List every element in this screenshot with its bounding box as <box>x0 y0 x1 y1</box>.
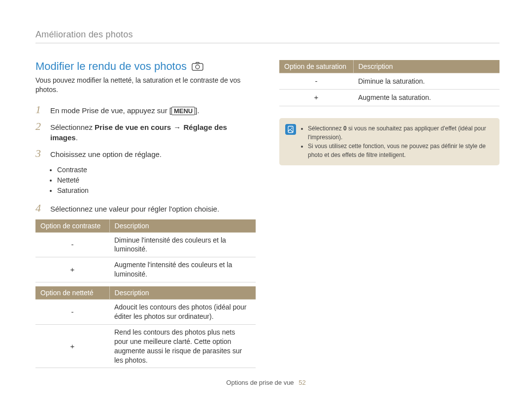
table-row: + Augmente la saturation. <box>279 90 499 106</box>
th-description: Description <box>353 60 499 73</box>
option-symbol: - <box>35 232 109 257</box>
step-text: En mode Prise de vue, appuyez sur [MENU]… <box>50 104 200 116</box>
table-row: + Rend les contours des photos plus nets… <box>35 324 256 368</box>
footer-label: Options de prise de vue <box>226 379 294 386</box>
th-description: Description <box>109 286 256 300</box>
note-box: Sélectionnez 0 si vous ne souhaitez pas … <box>279 118 499 165</box>
option-desc: Adoucit les contours des photos (idéal p… <box>109 300 256 325</box>
table-row: + Augmente l'intensité des couleurs et l… <box>35 257 256 282</box>
step-4: 4 Sélectionnez une valeur pour régler l'… <box>35 203 256 215</box>
breadcrumb: Amélioration des photos <box>35 30 499 43</box>
step-text: Choisissez une option de réglage. <box>50 148 162 160</box>
option-symbol: + <box>35 324 109 368</box>
note-item: Si vous utilisez cette fonction, vous ne… <box>308 142 493 159</box>
table-row: - Adoucit les contours des photos (idéal… <box>35 300 256 325</box>
svg-point-1 <box>196 65 200 69</box>
option-bullets: Contraste Netteté Saturation <box>57 165 256 196</box>
right-column: Option de saturation Description - Dimin… <box>279 60 499 372</box>
step-text: Sélectionnez Prise de vue en cours → Rég… <box>50 121 256 144</box>
option-desc: Diminue l'intensité des couleurs et la l… <box>109 232 256 257</box>
step-2: 2 Sélectionnez Prise de vue en cours → R… <box>35 121 256 144</box>
step-number: 3 <box>35 148 44 159</box>
step-2-post: . <box>76 133 78 142</box>
manual-page: Amélioration des photos Modifier le rend… <box>0 0 532 372</box>
step-3: 3 Choisissez une option de réglage. <box>35 148 256 160</box>
page-number: 52 <box>299 379 305 386</box>
note-icon <box>285 124 296 135</box>
contrast-table: Option de contraste Description - Diminu… <box>35 219 256 283</box>
page-footer: Options de prise de vue 52 <box>0 379 532 386</box>
step-2-pre: Sélectionnez <box>50 123 95 131</box>
svg-point-3 <box>291 127 292 128</box>
table-row: - Diminue la saturation. <box>279 73 499 90</box>
step-number: 4 <box>35 203 44 214</box>
section-title: Modifier le rendu de vos photos <box>35 60 256 73</box>
saturation-table: Option de saturation Description - Dimin… <box>279 60 499 106</box>
step-text: Sélectionnez une valeur pour régler l'op… <box>50 203 219 215</box>
note-1-pre: Sélectionnez <box>308 125 343 132</box>
bullet-contraste: Contraste <box>57 165 256 175</box>
table-row: - Diminue l'intensité des couleurs et la… <box>35 232 256 257</box>
th-option: Option de contraste <box>35 219 109 233</box>
bullet-saturation: Saturation <box>57 185 256 196</box>
step-number: 1 <box>35 104 44 115</box>
svg-rect-0 <box>192 63 203 70</box>
step-1-pre: En mode Prise de vue, appuyez sur [ <box>50 106 171 115</box>
option-desc: Diminue la saturation. <box>353 73 499 90</box>
content-columns: Modifier le rendu de vos photos Vous pou… <box>35 60 499 372</box>
bullet-nettete: Netteté <box>57 175 256 185</box>
step-1-post: ]. <box>195 106 199 115</box>
option-symbol: - <box>35 300 109 325</box>
th-description: Description <box>109 219 256 233</box>
sharpness-table: Option de netteté Description - Adoucit … <box>35 286 256 368</box>
option-symbol: - <box>279 73 353 90</box>
note-list: Sélectionnez 0 si vous ne souhaitez pas … <box>308 124 493 159</box>
left-column: Modifier le rendu de vos photos Vous pou… <box>35 60 256 372</box>
arrow-icon: → <box>171 123 183 131</box>
step-2-bold1: Prise de vue en cours <box>95 123 171 131</box>
option-symbol: + <box>35 257 109 282</box>
option-symbol: + <box>279 90 353 106</box>
camera-icon <box>192 62 203 71</box>
step-number: 2 <box>35 121 44 132</box>
note-1-bold: 0 <box>343 125 347 132</box>
th-option: Option de netteté <box>35 286 109 300</box>
option-desc: Augmente la saturation. <box>353 90 499 106</box>
option-desc: Augmente l'intensité des couleurs et la … <box>109 257 256 282</box>
note-item: Sélectionnez 0 si vous ne souhaitez pas … <box>308 124 493 142</box>
menu-button-label: MENU <box>171 107 195 116</box>
section-title-text: Modifier le rendu de vos photos <box>35 60 187 73</box>
th-option: Option de saturation <box>279 60 353 73</box>
intro-text: Vous pouvez modifier la netteté, la satu… <box>35 76 256 94</box>
step-1: 1 En mode Prise de vue, appuyez sur [MEN… <box>35 104 256 116</box>
option-desc: Rend les contours des photos plus nets p… <box>109 324 256 368</box>
